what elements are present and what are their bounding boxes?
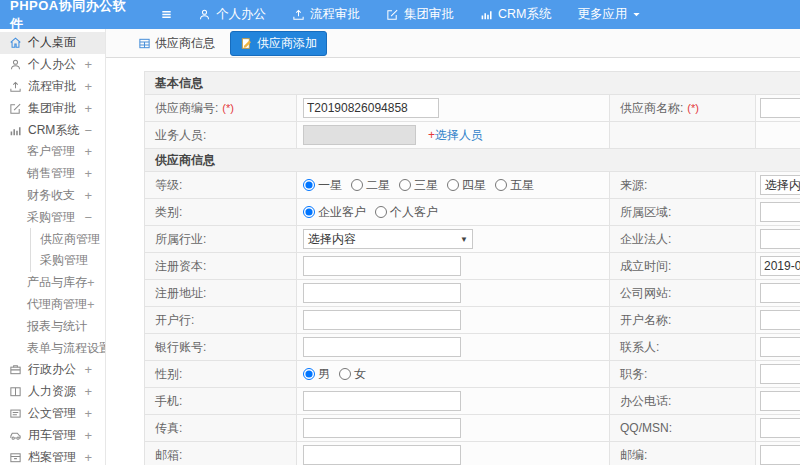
supplier-name-input[interactable] bbox=[760, 98, 800, 118]
sidebar-item-admin-office[interactable]: 行政办公+ bbox=[0, 359, 105, 381]
level-radios-0[interactable] bbox=[303, 179, 315, 191]
website-input-cell bbox=[756, 280, 800, 306]
sidebar-item-personal-office[interactable]: 个人办公+ bbox=[0, 54, 105, 76]
sidebar-item-reports-stats[interactable]: 报表与统计 bbox=[0, 315, 105, 337]
source-select[interactable]: 选择内容▼ bbox=[760, 175, 800, 195]
radio-option[interactable]: 三星 bbox=[399, 177, 438, 194]
sidebar-item-purchase-mgmt[interactable]: 采购管理− bbox=[0, 206, 105, 228]
registered-capital-input[interactable] bbox=[303, 256, 461, 276]
qq-msn-input[interactable] bbox=[760, 418, 800, 438]
category-radios-1[interactable] bbox=[375, 206, 387, 218]
required-mark: (*) bbox=[687, 102, 699, 114]
bank-account-input[interactable] bbox=[303, 337, 461, 357]
account-name-input[interactable] bbox=[760, 310, 800, 330]
sidebar-item-hr[interactable]: 人力资源+ bbox=[0, 381, 105, 403]
menu-toggle-button[interactable] bbox=[148, 0, 185, 29]
radio-option[interactable]: 一星 bbox=[303, 177, 342, 194]
email-input-cell bbox=[297, 442, 610, 465]
expand-toggle[interactable]: + bbox=[84, 79, 105, 94]
sidebar-item-archive-mgmt[interactable]: 档案管理+ bbox=[0, 446, 105, 465]
expand-toggle[interactable]: + bbox=[84, 428, 105, 443]
registered-address-input[interactable] bbox=[303, 283, 461, 303]
expand-toggle[interactable]: + bbox=[87, 275, 106, 290]
form-row: 供应商编号:(*)供应商名称:(*) bbox=[145, 95, 800, 122]
expand-toggle[interactable]: − bbox=[84, 210, 105, 225]
radio-option[interactable]: 二星 bbox=[351, 177, 390, 194]
expand-toggle[interactable]: + bbox=[84, 57, 105, 72]
expand-toggle[interactable]: + bbox=[84, 384, 105, 399]
level-radios-1[interactable] bbox=[351, 179, 363, 191]
radio-option[interactable]: 企业客户 bbox=[303, 204, 366, 221]
sidebar-item-form-flow-settings[interactable]: 表单与流程设置+ bbox=[0, 337, 105, 359]
fax-label: 传真: bbox=[145, 415, 297, 441]
topbar-item-crm-system[interactable]: CRM系统 bbox=[467, 0, 564, 29]
expand-toggle[interactable]: + bbox=[84, 166, 105, 181]
sidebar-item-label: 报表与统计 bbox=[27, 318, 87, 335]
expand-toggle[interactable]: + bbox=[84, 188, 105, 203]
email-input[interactable] bbox=[303, 445, 461, 465]
sidebar-item-finance[interactable]: 财务收支+ bbox=[0, 185, 105, 207]
zip-input[interactable] bbox=[760, 445, 800, 465]
bank-input[interactable] bbox=[303, 310, 461, 330]
level-radios-4[interactable] bbox=[495, 179, 507, 191]
founding-date-input[interactable] bbox=[760, 256, 800, 276]
expand-toggle[interactable]: + bbox=[84, 450, 105, 465]
expand-toggle[interactable]: − bbox=[84, 123, 105, 138]
edit-icon bbox=[9, 102, 22, 115]
expand-toggle[interactable]: + bbox=[87, 297, 106, 312]
business-staff-input[interactable] bbox=[303, 125, 416, 145]
topbar-item-workflow-approval[interactable]: 流程审批 bbox=[279, 0, 373, 29]
sidebar-item-vehicle-mgmt[interactable]: 用车管理+ bbox=[0, 424, 105, 446]
radio-option[interactable]: 四星 bbox=[447, 177, 486, 194]
tab-supplier-add[interactable]: 供应商添加 bbox=[230, 31, 327, 56]
region-input[interactable] bbox=[760, 202, 800, 222]
radio-option[interactable]: 个人客户 bbox=[375, 204, 438, 221]
radio-option[interactable]: 男 bbox=[303, 366, 330, 383]
choose-staff-link[interactable]: 选择人员 bbox=[435, 127, 483, 144]
website-input[interactable] bbox=[760, 283, 800, 303]
sidebar-item-label: 代理商管理 bbox=[27, 296, 87, 313]
legal-person-input[interactable] bbox=[760, 229, 800, 249]
expand-toggle[interactable]: + bbox=[84, 362, 105, 377]
radio-option-label: 四星 bbox=[462, 177, 486, 194]
sidebar-item-supplier-mgmt[interactable]: 供应商管理 bbox=[30, 228, 105, 250]
mobile-input[interactable] bbox=[303, 391, 461, 411]
sidebar-item-group-approval[interactable]: 集团审批+ bbox=[0, 97, 105, 119]
level-radios-2[interactable] bbox=[399, 179, 411, 191]
office-phone-input[interactable] bbox=[760, 391, 800, 411]
sidebar-item-product-inventory[interactable]: 产品与库存+ bbox=[0, 272, 105, 294]
sidebar-item-agent-mgmt[interactable]: 代理商管理+ bbox=[0, 294, 105, 316]
supplier-no-input[interactable] bbox=[303, 98, 439, 118]
car-icon bbox=[9, 429, 22, 442]
topbar-item-more-apps[interactable]: 更多应用 bbox=[564, 0, 654, 29]
expand-toggle[interactable]: + bbox=[84, 101, 105, 116]
topbar-item-group-approval[interactable]: 集团审批 bbox=[373, 0, 467, 29]
form-row: 注册地址:公司网站: bbox=[145, 280, 800, 307]
upload-icon bbox=[9, 80, 22, 93]
sidebar-item-customer-mgmt[interactable]: 客户管理+ bbox=[0, 141, 105, 163]
position-input[interactable] bbox=[760, 364, 800, 384]
fax-input-cell bbox=[297, 415, 610, 441]
sidebar-item-document-mgmt[interactable]: 公文管理+ bbox=[0, 403, 105, 425]
sidebar-item-personal-desktop[interactable]: 个人桌面 bbox=[0, 32, 105, 54]
level-radios-3[interactable] bbox=[447, 179, 459, 191]
position-input-cell bbox=[756, 361, 800, 387]
tab-label: 供应商添加 bbox=[257, 35, 317, 52]
sidebar-item-purchasing[interactable]: 采购管理 bbox=[30, 250, 105, 272]
category-radios-0[interactable] bbox=[303, 206, 315, 218]
expand-toggle[interactable]: + bbox=[84, 406, 105, 421]
radio-option[interactable]: 五星 bbox=[495, 177, 534, 194]
gender-radios-1[interactable] bbox=[339, 368, 351, 380]
industry-select[interactable]: 选择内容▼ bbox=[303, 229, 473, 249]
sidebar-item-sales-mgmt[interactable]: 销售管理+ bbox=[0, 163, 105, 185]
sidebar-item-crm-system[interactable]: CRM系统− bbox=[0, 119, 105, 141]
contact-input[interactable] bbox=[760, 337, 800, 357]
topbar-item-personal-office[interactable]: 个人办公 bbox=[185, 0, 279, 29]
sidebar-item-workflow-approval[interactable]: 流程审批+ bbox=[0, 76, 105, 98]
supplier-name-label: 供应商名称: bbox=[620, 100, 683, 117]
tab-supplier-info[interactable]: 供应商信息 bbox=[132, 32, 221, 55]
radio-option[interactable]: 女 bbox=[339, 366, 366, 383]
expand-toggle[interactable]: + bbox=[84, 144, 105, 159]
gender-radios-0[interactable] bbox=[303, 368, 315, 380]
fax-input[interactable] bbox=[303, 418, 461, 438]
